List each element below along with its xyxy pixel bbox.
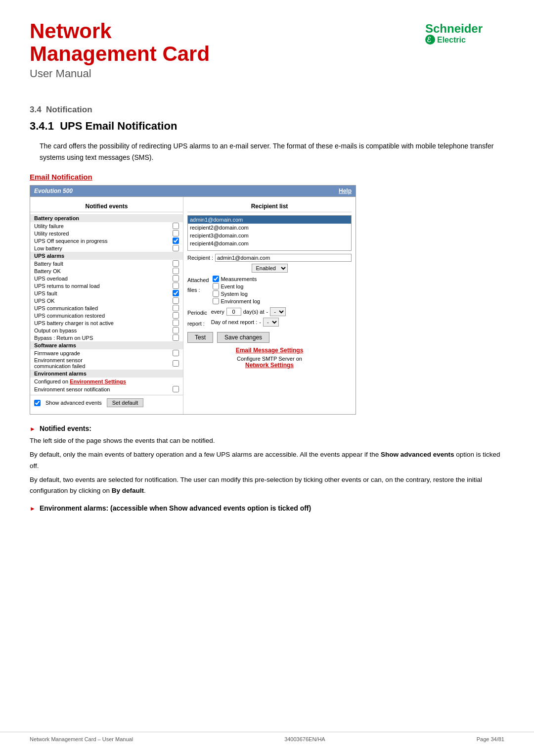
ups-fault-checkbox[interactable] (173, 290, 179, 296)
measurements-row: Measurements (213, 276, 260, 282)
show-advanced-checkbox[interactable] (34, 400, 41, 406)
event-row: Utility failure (30, 222, 183, 230)
category-battery-operation: Battery operation (30, 214, 183, 222)
footer-center: 34003676EN/HA (284, 736, 325, 742)
title-management: Management Card (30, 43, 210, 65)
system-log-row: System log (213, 290, 260, 297)
day-of-next-select[interactable]: - (263, 318, 279, 327)
event-row: Bypass : Return on UPS (30, 334, 183, 341)
event-log-row: Event log (213, 283, 260, 289)
title-user-manual: User Manual (30, 67, 210, 80)
category-software-alarms: Software alarms (30, 341, 183, 349)
periodic-days-input[interactable] (226, 308, 241, 316)
help-link[interactable]: Help (339, 188, 352, 194)
event-row: UPS communication failed (30, 304, 183, 312)
recipient-item[interactable]: recipient2@domain.com (188, 224, 351, 232)
periodic-report-section: Periodicreport : every day(s) at - - (187, 307, 352, 329)
svg-text:Schneider: Schneider (425, 22, 483, 35)
network-settings-link[interactable]: Network Settings (245, 362, 294, 369)
environment-log-row: Environment log (213, 298, 260, 304)
svg-text:Electric: Electric (437, 36, 466, 44)
enabled-select[interactable]: Enabled Disabled (252, 264, 288, 273)
title-block: Network Management Card User Manual (30, 20, 210, 80)
event-row: Environment sensor notification (30, 385, 183, 393)
ups-off-sequence-checkbox[interactable] (173, 237, 179, 244)
measurements-checkbox[interactable] (213, 276, 219, 282)
battery-fault-checkbox[interactable] (173, 260, 179, 267)
panel-title: Evolution 500 (34, 188, 73, 194)
event-row: Battery fault (30, 260, 183, 267)
event-row: UPS communication restored (30, 312, 183, 319)
event-row: Environment sensorcommunication failed (30, 357, 183, 370)
env-sensor-comm-checkbox[interactable] (173, 360, 179, 367)
test-button[interactable]: Test (187, 332, 213, 343)
periodic-every-row: every day(s) at - - (211, 307, 286, 316)
recipient-item[interactable]: recipient3@domain.com (188, 232, 351, 239)
header: Network Management Card User Manual Schn… (30, 15, 504, 80)
periodic-report-label: Periodicreport : (187, 307, 207, 329)
day-of-next-row: Day of next report : - - (211, 318, 286, 327)
recipient-input[interactable] (215, 254, 352, 262)
event-row: Firrmware upgrade (30, 349, 183, 357)
section-341: 3.4.1 UPS Email Notification (30, 120, 504, 133)
ups-comm-restored-checkbox[interactable] (173, 312, 179, 319)
page-footer: Network Management Card – User Manual 34… (0, 732, 534, 746)
firmware-upgrade-checkbox[interactable] (173, 350, 179, 356)
environment-alarms-section: ► Environment alarms: (accessible when S… (30, 504, 504, 512)
page-container: Network Management Card User Manual Schn… (0, 0, 534, 756)
utility-failure-checkbox[interactable] (173, 223, 179, 229)
panel-body: Notified events Battery operation Utilit… (30, 196, 356, 414)
environment-alarms-heading: ► Environment alarms: (accessible when S… (30, 504, 504, 512)
event-row: Output on bypass (30, 327, 183, 334)
attached-files-section: Attachedfiles : Measurements Event log (187, 276, 352, 305)
env-sensor-notif-checkbox[interactable] (173, 386, 179, 392)
ups-overload-checkbox[interactable] (173, 275, 179, 282)
recipient-item[interactable]: recipient4@domain.com (188, 239, 351, 247)
section-34: 3.4 Notification (30, 105, 504, 115)
notified-events-header: Notified events (30, 201, 183, 212)
category-ups-alarms: UPS alarms (30, 252, 183, 260)
schneider-electric-logo: Schneider ℰ Electric (425, 20, 504, 49)
day-of-next-label: Day of next report : (211, 319, 258, 325)
email-notification-heading: Email Notification (30, 173, 504, 181)
event-row: Utility restored (30, 230, 183, 237)
attached-files-label: Attachedfiles : (187, 276, 209, 295)
recipient-label: Recipient : (187, 255, 213, 261)
event-log-checkbox[interactable] (213, 283, 219, 289)
output-bypass-checkbox[interactable] (173, 327, 179, 333)
recipient-item[interactable]: admin1@domain.com (188, 216, 351, 224)
every-label: every (211, 309, 224, 315)
title-network: Network (30, 20, 210, 43)
recipient-listbox[interactable]: admin1@domain.com recipient2@domain.com … (187, 215, 352, 251)
environment-settings-link[interactable]: Environment Settings (70, 378, 126, 384)
event-row: UPS returns to normal load (30, 282, 183, 289)
ups-comm-failed-checkbox[interactable] (173, 305, 179, 311)
system-log-checkbox[interactable] (213, 290, 219, 297)
notified-events-title: Notified events: (40, 425, 91, 432)
save-changes-button[interactable]: Save changes (217, 332, 269, 343)
footer-right: Page 34/81 (477, 736, 504, 742)
enabled-select-row: Enabled Disabled (187, 264, 352, 273)
ups-ok-checkbox[interactable] (173, 297, 179, 304)
email-message-settings-link[interactable]: Email Message Settings (187, 347, 352, 354)
utility-restored-checkbox[interactable] (173, 230, 179, 236)
low-battery-checkbox[interactable] (173, 245, 179, 251)
set-default-button[interactable]: Set default (107, 398, 144, 407)
bypass-return-checkbox[interactable] (173, 334, 179, 341)
event-row: UPS Off sequence in progress (30, 237, 183, 244)
ups-battery-charger-checkbox[interactable] (173, 320, 179, 326)
battery-ok-checkbox[interactable] (173, 268, 179, 274)
event-row: UPS overload (30, 275, 183, 282)
recipient-input-row: Recipient : (187, 254, 352, 262)
bullet-triangle-icon-2: ► (30, 505, 36, 512)
environment-log-checkbox[interactable] (213, 298, 219, 304)
left-footer: Show advanced events Set default (30, 395, 183, 410)
panel-header: Evolution 500 Help (30, 186, 356, 196)
ups-returns-checkbox[interactable] (173, 283, 179, 289)
action-buttons: Test Save changes (187, 332, 352, 343)
configure-smtp-text: Configure SMTP Server on Network Setting… (187, 356, 352, 369)
environment-alarms-title: Environment alarms: (accessible when Sho… (40, 504, 311, 512)
periodic-at-select[interactable]: - (270, 307, 286, 316)
ui-panel: Evolution 500 Help Notified events Batte… (30, 185, 356, 415)
category-environment-alarms: Environment alarms (30, 370, 183, 378)
